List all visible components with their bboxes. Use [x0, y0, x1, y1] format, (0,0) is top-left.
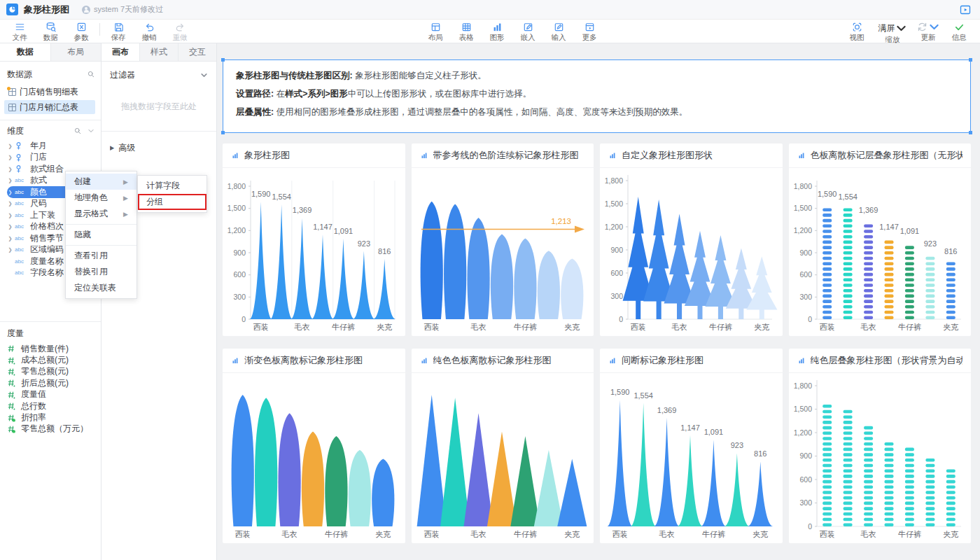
menu-item-显示格式[interactable]: 显示格式▶: [66, 206, 136, 222]
menu-item-创建[interactable]: 创建▶: [66, 174, 136, 190]
chart-card-3[interactable]: 自定义象形柱形图形状03006009001,2001,5001,800西装毛衣牛…: [600, 144, 783, 336]
tab-画布[interactable]: 画布: [102, 43, 140, 61]
chart-plot: 西装毛衣牛仔裤夹克: [412, 373, 592, 542]
svg-text:1,200: 1,200: [605, 223, 623, 231]
menu-item-隐藏[interactable]: 隐藏: [66, 227, 136, 243]
description-widget[interactable]: 象形柱形图与传统柱形图区别: 象形柱形图能够自定义柱子形状。设置路径: 在样式>…: [223, 59, 971, 133]
chevron-down-icon: [895, 22, 907, 34]
toolbar-信息-button[interactable]: 信息: [944, 20, 974, 41]
description-text: 中可以上传图形形状，或在图标库中进行选择。: [348, 89, 532, 99]
svg-text:牛仔裤: 牛仔裤: [513, 323, 536, 331]
submenu-item-计算字段[interactable]: 计算字段: [138, 178, 206, 194]
svg-text:923: 923: [731, 441, 743, 449]
chart-card-8[interactable]: 纯色层叠象形柱形图（形状背景为自动）03006009001,2001,5001,…: [789, 349, 972, 543]
chart-card-7[interactable]: 间断标记象形柱形图1,5901,5541,3691,1471,091923816…: [600, 349, 783, 543]
svg-text:1,800: 1,800: [227, 182, 246, 190]
search-icon[interactable]: [87, 70, 95, 78]
dimension-label: 区域编码: [30, 244, 64, 255]
toolbar-输入-button[interactable]: 输入: [543, 20, 574, 41]
toolbar-文件-button[interactable]: 文件: [4, 20, 35, 41]
svg-text:西装: 西装: [253, 323, 269, 331]
measure-item-总行数[interactable]: 总行数: [7, 400, 95, 412]
toolbar-数据-button[interactable]: 数据: [35, 20, 66, 41]
chart-card-4[interactable]: 色板离散标记层叠象形柱形图（无形状背景）03006009001,2001,500…: [789, 144, 972, 336]
expand-arrow-icon[interactable]: ❯: [8, 143, 15, 148]
toolbar-重做-button[interactable]: 重做: [164, 20, 195, 41]
measure-item-折扣率[interactable]: 折扣率: [7, 412, 95, 423]
expand-arrow-icon[interactable]: ❯: [8, 247, 15, 253]
chart-card-header: 渐变色板离散标记象形柱形图: [223, 349, 405, 373]
chart-card-2[interactable]: 带参考线的色阶连续标记象形柱形图1,213西装毛衣牛仔裤夹克: [412, 144, 594, 336]
abc-icon: abc: [15, 189, 24, 195]
chart-plot: 03006009001,2001,5001,800西装毛衣牛仔裤夹克: [789, 373, 969, 542]
hash-dot-icon: [7, 368, 15, 376]
expand-arrow-icon[interactable]: ❯: [8, 235, 15, 241]
menu-item-label: 分组: [146, 196, 163, 208]
tab-数据[interactable]: 数据: [0, 43, 51, 61]
chart-card-5[interactable]: 渐变色板离散标记象形柱形图西装毛衣牛仔裤夹克: [223, 349, 405, 543]
measure-item-零售总额（万元）[interactable]: 零售总额（万元）: [7, 424, 95, 435]
zoom-select[interactable]: 满屏: [878, 22, 907, 35]
view-icon: [851, 21, 863, 33]
svg-text:牛仔裤: 牛仔裤: [325, 530, 348, 538]
measure-item-折后总额(元)[interactable]: 折后总额(元): [7, 377, 95, 388]
chart-card-6[interactable]: 纯色色板离散标记象形柱形图西装毛衣牛仔裤夹克: [412, 349, 594, 543]
chevron-down-icon[interactable]: [928, 21, 940, 33]
toolbar-缩放-button[interactable]: 满屏缩放: [872, 20, 913, 43]
filter-section-header[interactable]: 过滤器: [110, 69, 208, 81]
chevron-down-icon[interactable]: [87, 127, 95, 135]
filter-dropzone[interactable]: 拖拽数据字段至此处: [110, 101, 208, 113]
svg-text:毛衣: 毛衣: [281, 530, 298, 538]
measure-item-度量值[interactable]: 度量值: [7, 389, 95, 400]
expand-arrow-icon[interactable]: ❯: [8, 201, 15, 206]
toolbar-表格-button[interactable]: 表格: [451, 20, 482, 41]
measure-item-零售总额(元)[interactable]: 零售总额(元): [7, 366, 95, 377]
menu-item-地理角色[interactable]: 地理角色▶: [66, 190, 136, 206]
svg-text:1,147: 1,147: [313, 223, 332, 231]
datasource-item[interactable]: 门店销售明细表: [4, 85, 95, 99]
description-line: 层叠属性: 使用相同的图形堆叠形成柱形图，通过调整层叠中的各项属性，如间隔、高度…: [236, 106, 958, 118]
toolbar-布局-button[interactable]: 布局: [420, 20, 451, 41]
toolbar-嵌入-button[interactable]: 嵌入: [512, 20, 543, 41]
undo-icon: [144, 21, 155, 33]
present-button[interactable]: [959, 4, 972, 16]
toolbar-图形-button[interactable]: 图形: [482, 20, 512, 41]
tab-交互[interactable]: 交互: [178, 43, 216, 61]
measure-item-成本总额(元)[interactable]: 成本总额(元): [7, 354, 95, 365]
toolbar-更多-button[interactable]: 更多: [574, 20, 605, 41]
menu-item-查看引用[interactable]: 查看引用: [66, 248, 136, 264]
chart-body: 西装毛衣牛仔裤夹克: [223, 373, 405, 543]
menu-item-定位关联表[interactable]: 定位关联表: [66, 280, 136, 296]
svg-text:1,147: 1,147: [879, 223, 899, 231]
expand-arrow-icon[interactable]: ❯: [8, 166, 15, 172]
svg-text:1,369: 1,369: [293, 206, 312, 214]
menu-item-label: 计算字段: [146, 180, 180, 192]
tab-布局[interactable]: 布局: [51, 43, 102, 61]
geo-pin-icon: [15, 141, 22, 150]
chart-card-1[interactable]: 象形柱形图03006009001,2001,5001,8001,5901,554…: [223, 144, 405, 336]
expand-arrow-icon[interactable]: ❯: [8, 224, 15, 230]
dimension-item-年月[interactable]: ❯年月: [7, 140, 95, 152]
toolbar-撤销-button[interactable]: 撤销: [134, 20, 164, 41]
datasource-item[interactable]: 门店月销汇总表: [4, 100, 95, 114]
canvas-panel: 画布样式交互 过滤器 拖拽数据字段至此处 ▶ 高级: [102, 43, 217, 560]
svg-text:夹克: 夹克: [375, 530, 391, 538]
chart-body: 1,5901,5541,3691,1471,091923816西装毛衣牛仔裤夹克: [600, 373, 783, 543]
menu-item-替换引用[interactable]: 替换引用: [66, 264, 136, 280]
table-icon: [8, 88, 16, 96]
toolbar-参数-button[interactable]: 参数: [66, 20, 97, 41]
expand-arrow-icon[interactable]: ❯: [8, 155, 15, 160]
expand-arrow-icon[interactable]: ❯: [8, 178, 15, 183]
expand-arrow-icon[interactable]: ❯: [8, 212, 15, 218]
search-icon[interactable]: [74, 127, 82, 135]
toolbar-更新-button[interactable]: 更新: [913, 20, 944, 41]
advanced-section-toggle[interactable]: ▶ 高级: [110, 141, 208, 154]
submenu-item-分组[interactable]: 分组: [138, 194, 206, 210]
expand-arrow-icon[interactable]: ❯: [8, 189, 15, 195]
toolbar-视图-button[interactable]: 视图: [841, 20, 872, 41]
toolbar-保存-button[interactable]: 保存: [103, 20, 134, 41]
svg-text:900: 900: [799, 451, 812, 460]
tab-样式[interactable]: 样式: [140, 43, 178, 61]
dimension-item-门店[interactable]: ❯门店: [7, 152, 95, 164]
measure-item-销售数量(件)[interactable]: 销售数量(件): [7, 343, 95, 354]
